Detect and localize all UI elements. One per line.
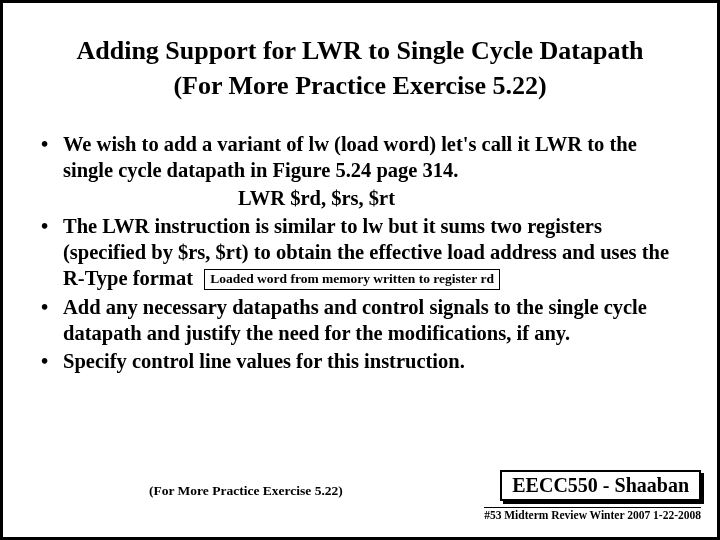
bullet-text: Specify control line values for this ins… — [63, 350, 465, 372]
bullet-list: We wish to add a variant of lw (load wor… — [33, 131, 687, 374]
annotation-box: Loaded word from memory written to regis… — [204, 269, 500, 290]
bullet-item: Add any necessary datapaths and control … — [33, 294, 687, 346]
slide-content: We wish to add a variant of lw (load wor… — [33, 131, 687, 374]
course-box: EECC550 - Shaaban — [500, 470, 701, 501]
course-label: EECC550 - Shaaban — [500, 470, 701, 501]
bullet-item: We wish to add a variant of lw (load wor… — [33, 131, 687, 211]
slide-number: #53 Midterm Review Winter 2007 1-22-2008 — [484, 507, 701, 521]
bullet-item: The LWR instruction is similar to lw but… — [33, 213, 687, 292]
bullet-item: Specify control line values for this ins… — [33, 348, 687, 374]
bullet-text: Add any necessary datapaths and control … — [63, 296, 647, 344]
slide-title: Adding Support for LWR to Single Cycle D… — [33, 33, 687, 103]
title-line-1: Adding Support for LWR to Single Cycle D… — [76, 36, 643, 65]
title-line-2: (For More Practice Exercise 5.22) — [173, 71, 546, 100]
slide: Adding Support for LWR to Single Cycle D… — [0, 0, 720, 540]
bullet-text: We wish to add a variant of lw (load wor… — [63, 133, 637, 181]
footer-note: (For More Practice Exercise 5.22) — [149, 483, 343, 499]
instruction-syntax: LWR $rd, $rs, $rt — [63, 185, 687, 211]
